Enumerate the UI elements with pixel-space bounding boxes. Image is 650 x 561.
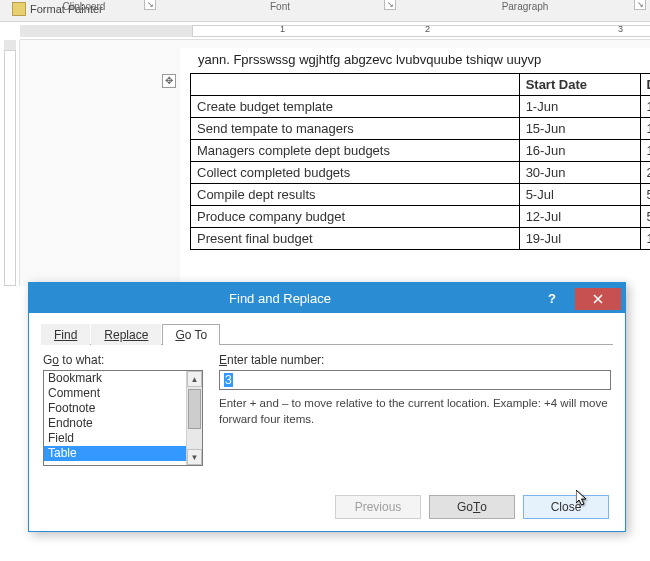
table-header-task[interactable] (191, 74, 520, 96)
previous-button: Previous (335, 495, 421, 519)
horizontal-ruler[interactable]: 1 2 3 (20, 22, 650, 40)
table-cell-task[interactable]: Produce company budget (191, 206, 520, 228)
list-item[interactable]: Table (44, 446, 186, 461)
table-cell-date[interactable]: 19-Jul (519, 228, 640, 250)
list-item[interactable]: Bookmark (44, 371, 186, 386)
ribbon-group-font: Font ↘ (160, 1, 400, 12)
close-button[interactable]: Close (523, 495, 609, 519)
listbox-scrollbar[interactable]: ▲ ▼ (186, 371, 202, 465)
close-icon (593, 294, 603, 304)
table-header-d[interactable]: D (640, 74, 650, 96)
scroll-thumb[interactable] (188, 389, 201, 429)
goto-button[interactable]: Go To (429, 495, 515, 519)
ruler-mark-1: 1 (280, 24, 285, 34)
ribbon-group-font-label: Font (270, 1, 290, 12)
table-cell-task[interactable]: Create budget template (191, 96, 520, 118)
table-cell-task[interactable]: Managers complete dept budgets (191, 140, 520, 162)
table-row[interactable]: Produce company budget12-Jul5 (191, 206, 651, 228)
table-cell-d[interactable]: 5 (640, 206, 650, 228)
ribbon-group-paragraph-label: Paragraph (502, 1, 549, 12)
table-row[interactable]: Compile dept results5-Jul5 (191, 184, 651, 206)
table-cell-date[interactable]: 30-Jun (519, 162, 640, 184)
list-item[interactable]: Field (44, 431, 186, 446)
ribbon-group-paragraph: Paragraph ↘ (400, 1, 650, 12)
dialog-help-button[interactable]: ? (531, 287, 573, 309)
table-row[interactable]: Collect completed budgets30-Jun2 (191, 162, 651, 184)
clipboard-dialog-launcher-icon[interactable]: ↘ (144, 0, 156, 10)
vertical-ruler[interactable] (0, 40, 20, 286)
enter-number-label: Enter table number: (219, 353, 611, 367)
table-cell-d[interactable]: 1 (640, 140, 650, 162)
table-cell-task[interactable]: Present final budget (191, 228, 520, 250)
table-row[interactable]: Present final budget19-Jul1 (191, 228, 651, 250)
ruler-mark-2: 2 (425, 24, 430, 34)
table-cell-date[interactable]: 15-Jun (519, 118, 640, 140)
scroll-down-icon[interactable]: ▼ (187, 449, 202, 465)
ribbon-group-clipboard-label: Clipboard (63, 1, 106, 12)
table-cell-task[interactable]: Compile dept results (191, 184, 520, 206)
dialog-close-button[interactable] (575, 288, 621, 310)
tab-find[interactable]: Find (41, 324, 90, 345)
list-item[interactable]: Comment (44, 386, 186, 401)
table-cell-task[interactable]: Collect completed budgets (191, 162, 520, 184)
tab-goto[interactable]: Go To (162, 324, 220, 345)
document-page: yann. Fprsswssg wgjhtfg abgzevc lvubvquu… (20, 40, 650, 286)
mouse-cursor-icon (576, 490, 590, 508)
ribbon-group-clipboard: Clipboard ↘ (0, 1, 160, 12)
find-and-replace-dialog: Find and Replace ? Find Replace Go To Go… (28, 282, 626, 532)
table-cell-d[interactable]: 5 (640, 184, 650, 206)
table-cell-date[interactable]: 12-Jul (519, 206, 640, 228)
table-header-row[interactable]: Start Date D (191, 74, 651, 96)
table-cell-date[interactable]: 1-Jun (519, 96, 640, 118)
dialog-tabs: Find Replace Go To (41, 323, 613, 345)
table-cell-date[interactable]: 5-Jul (519, 184, 640, 206)
dialog-title: Find and Replace (29, 291, 531, 306)
table-row[interactable]: Managers complete dept budgets16-Jun1 (191, 140, 651, 162)
table-cell-d[interactable]: 1 (640, 118, 650, 140)
table-number-input[interactable]: 3 (219, 370, 611, 390)
table-move-handle-icon[interactable]: ✥ (162, 74, 176, 88)
scroll-up-icon[interactable]: ▲ (187, 371, 202, 387)
goto-what-listbox[interactable]: BookmarkCommentFootnoteEndnoteFieldTable… (43, 370, 203, 466)
table-cell-d[interactable]: 1 (640, 228, 650, 250)
document-table[interactable]: Start Date D Create budget template1-Jun… (190, 73, 650, 250)
ruler-mark-3: 3 (618, 24, 623, 34)
document-body-text[interactable]: yann. Fprsswssg wgjhtfg abgzevc lvubvquu… (198, 52, 640, 67)
table-cell-d[interactable]: 1 (640, 96, 650, 118)
dialog-titlebar[interactable]: Find and Replace ? (29, 283, 625, 313)
list-item[interactable]: Endnote (44, 416, 186, 431)
table-cell-task[interactable]: Send tempate to managers (191, 118, 520, 140)
list-item[interactable]: Footnote (44, 401, 186, 416)
table-header-start-date[interactable]: Start Date (519, 74, 640, 96)
tab-replace[interactable]: Replace (91, 324, 161, 345)
goto-what-label: Go to what: (43, 353, 203, 367)
table-row[interactable]: Create budget template1-Jun1 (191, 96, 651, 118)
table-cell-d[interactable]: 2 (640, 162, 650, 184)
goto-hint-text: Enter + and – to move relative to the cu… (219, 396, 611, 427)
ribbon-group-labels: Format Painter Clipboard ↘ Font ↘ Paragr… (0, 0, 650, 22)
font-dialog-launcher-icon[interactable]: ↘ (384, 0, 396, 10)
table-cell-date[interactable]: 16-Jun (519, 140, 640, 162)
paragraph-dialog-launcher-icon[interactable]: ↘ (634, 0, 646, 10)
table-row[interactable]: Send tempate to managers15-Jun1 (191, 118, 651, 140)
